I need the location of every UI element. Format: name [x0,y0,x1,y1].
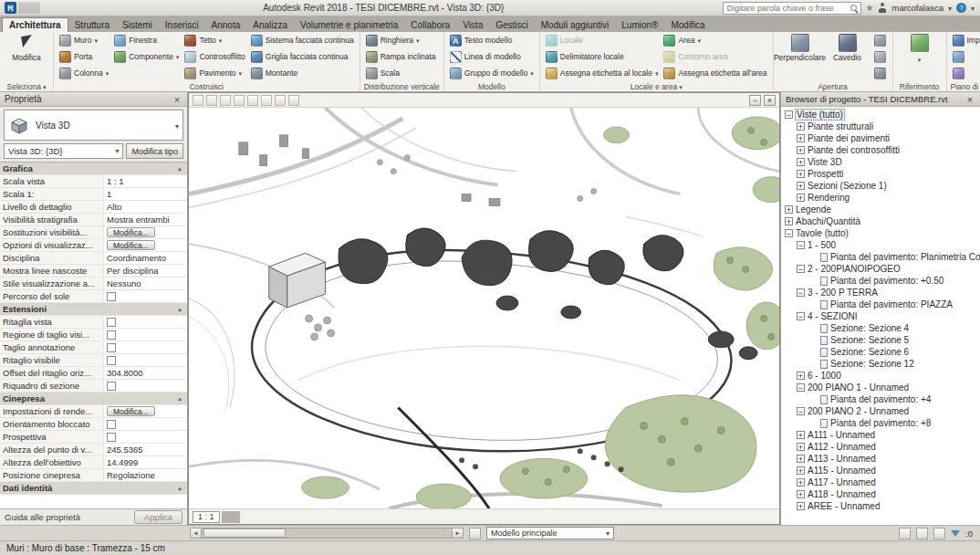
tree-expander-icon[interactable] [797,372,805,380]
edit-type-button[interactable]: Modifica tipo [126,143,183,159]
ribbon-button[interactable]: Montante [248,65,357,81]
tree-item[interactable]: Pianta del pavimento: +0.50 [781,275,980,287]
ribbon-button[interactable]: Tetto [182,32,247,48]
selection-filter-icon[interactable] [951,530,960,537]
tree-expander-icon[interactable] [797,455,805,463]
view-selector-combo[interactable]: Vista 3D: {3D} [4,143,123,159]
tree-item[interactable]: Tavole (tutto) [781,227,980,239]
ribbon-button[interactable]: Ringhiera [363,32,439,48]
revit-logo-icon[interactable] [5,2,16,14]
tree-item[interactable]: Piante strutturali [781,120,980,132]
tree-item[interactable]: A115 - Unnamed [781,465,980,476]
tree-item[interactable]: 4 - SEZIONI [781,310,980,322]
property-value[interactable] [104,431,187,443]
ribbon-tab[interactable]: Inserisci [159,18,205,32]
tree-item[interactable]: Sezione: Sezione 12 [781,358,980,370]
worksets-icon[interactable] [469,528,481,539]
tree-item[interactable]: Legende [781,204,980,215]
view-toolbar-icon[interactable] [193,95,203,106]
editable-only-icon[interactable] [899,528,911,539]
section-collapse-icon[interactable] [177,486,182,491]
tree-item[interactable]: Sezione: Sezione 6 [781,346,980,358]
ribbon-button[interactable]: Assegna etichetta al locale [543,65,662,81]
property-value[interactable]: Regolazione [104,469,187,481]
search-icon[interactable] [850,5,857,11]
ribbon-button[interactable]: Assegna etichetta all'area [661,65,769,81]
view-toolbar-icon[interactable] [275,95,286,106]
ribbon-button[interactable]: Pavimento [182,65,247,81]
search-input[interactable] [727,4,848,13]
scroll-right-icon[interactable] [452,529,463,538]
modify-value-button[interactable]: Modifica... [107,406,155,416]
tree-expander-icon[interactable] [797,194,805,202]
ribbon-button[interactable] [871,65,890,81]
tree-item[interactable]: 200 PIANO 1 - Unnamed [781,382,980,393]
ribbon-button[interactable] [950,65,968,81]
scrollbar-thumb[interactable] [203,529,286,538]
tree-expander-icon[interactable] [797,170,805,178]
tree-item[interactable]: Piante dei pavimenti [781,132,980,144]
ribbon-button[interactable]: Modifica [3,32,50,81]
view-toolbar-icon[interactable] [206,95,217,106]
property-checkbox[interactable] [107,356,116,365]
tree-expander-icon[interactable] [797,146,805,154]
property-checkbox[interactable] [107,292,116,301]
ribbon-tab[interactable]: Struttura [68,18,116,32]
ribbon-tab[interactable]: Volumetrie e planimetria [294,18,404,32]
view-scale-button[interactable]: 1 : 1 [193,511,220,523]
property-value[interactable]: 245.5365 [104,444,187,456]
view-toolbar-icon[interactable] [288,95,299,106]
property-value[interactable]: Per disciplina [104,265,187,277]
tree-item[interactable]: A118 - Unnamed [781,488,980,500]
ribbon-button[interactable] [871,48,890,65]
close-view-button[interactable] [764,95,776,106]
view-toolbar-icon[interactable] [261,95,272,106]
tree-item[interactable]: Sezione: Sezione 5 [781,334,980,346]
tree-item[interactable]: Sezione: Sezione 4 [781,322,980,334]
ribbon-panel-label[interactable]: Distribuzione verticale [360,81,443,91]
tree-expander-icon[interactable] [797,312,805,320]
tree-item[interactable]: A111 - Unnamed [781,429,980,441]
tree-item[interactable]: Pianta del pavimento: PIAZZA [781,298,980,310]
ribbon-button[interactable]: Area [661,32,769,48]
model-view[interactable] [189,108,779,508]
property-value[interactable]: Coordinamento [104,252,187,264]
apply-button[interactable]: Applica [134,510,182,524]
tree-item[interactable]: 1 - 500 [781,239,980,251]
property-value[interactable]: 14.4999 [104,456,187,468]
section-collapse-icon[interactable] [177,307,182,312]
ribbon-button[interactable]: Perpendicolare [777,32,824,81]
tree-item[interactable]: Rendering [781,192,980,204]
tree-expander-icon[interactable] [797,383,805,392]
ribbon-button[interactable]: Finestra [111,32,182,48]
tree-item[interactable]: 200 PIANO 2 - Unnamed [781,405,980,417]
tree-expander-icon[interactable] [797,122,805,131]
search-box[interactable] [723,2,861,15]
ribbon-button[interactable]: Muro [57,32,111,48]
ribbon-panel-label[interactable]: Piano di lavoro [947,81,980,91]
tree-expander-icon[interactable] [797,502,805,510]
ribbon-panel-label[interactable]: Seleziona [0,81,53,91]
tree-item[interactable]: 2 - 200PIANOIPOGEO [781,263,980,275]
tree-item[interactable]: Pianta del pavimento: +4 [781,393,980,405]
ribbon-button[interactable]: Cavedio [824,32,871,81]
tree-expander-icon[interactable] [797,288,805,297]
tree-item[interactable]: A117 - Unnamed [781,476,980,488]
ribbon-button[interactable] [896,32,944,81]
tree-expander-icon[interactable] [785,229,793,237]
view-toolbar-icon[interactable] [247,95,258,106]
help-icon[interactable] [956,3,966,13]
ribbon-button[interactable]: Gruppo di modello [447,65,537,81]
property-checkbox[interactable] [107,420,116,429]
ribbon-button[interactable]: Delimitatore locale [543,48,662,65]
exclude-options-icon[interactable] [916,528,928,539]
ribbon-button[interactable]: Scala [363,65,439,81]
minimize-view-button[interactable] [749,95,761,106]
ribbon-button[interactable]: Linea di modello [447,48,537,65]
ribbon-panel-label[interactable]: Apertura [774,81,892,91]
tree-expander-icon[interactable] [797,443,805,451]
tree-expander-icon[interactable] [797,158,805,166]
property-value[interactable]: 1 [104,188,187,200]
ribbon-tab[interactable]: Architettura [2,17,68,32]
property-value[interactable]: Modifica... [104,405,187,417]
